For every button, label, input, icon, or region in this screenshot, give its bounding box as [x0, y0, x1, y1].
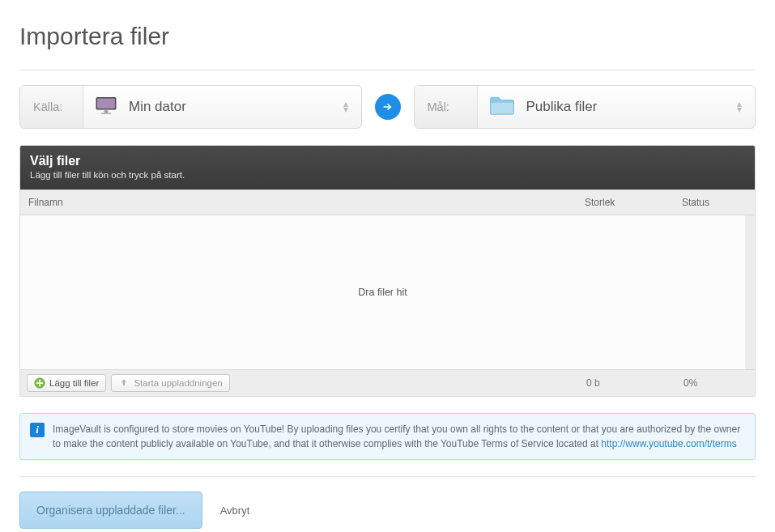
column-status: Status [682, 197, 747, 208]
column-size: Storlek [585, 197, 682, 208]
source-value-area[interactable]: Min dator ▴▾ [83, 86, 361, 128]
source-target-row: Källa: Min dator ▴▾ Mål: [19, 85, 756, 129]
divider [19, 476, 756, 477]
source-select[interactable]: Källa: Min dator ▴▾ [19, 85, 362, 129]
svg-rect-3 [101, 113, 111, 114]
chevron-updown-icon: ▴▾ [343, 101, 348, 113]
upload-columns: Filnamn Storlek Status [20, 189, 755, 215]
add-files-label: Lägg till filer [49, 378, 99, 388]
upload-icon [118, 377, 130, 389]
target-value-area[interactable]: Publika filer ▴▾ [478, 86, 756, 128]
info-text: ImageVault is configured to store movies… [53, 422, 745, 451]
cancel-link[interactable]: Avbryt [220, 504, 250, 517]
info-icon: i [30, 423, 45, 437]
file-drop-zone[interactable]: Dra filer hit [20, 215, 755, 369]
target-value: Publika filer [526, 99, 598, 115]
folder-icon [489, 95, 515, 119]
total-size: 0 b [586, 377, 683, 389]
drop-hint: Dra filer hit [358, 287, 407, 298]
arrow-right-icon [375, 94, 401, 120]
source-label: Källa: [20, 86, 83, 128]
terms-link[interactable]: http://www.youtube.com/t/terms [601, 438, 736, 449]
computer-icon [95, 96, 117, 118]
add-files-button[interactable]: Lägg till filer [27, 374, 106, 392]
svg-rect-2 [104, 110, 109, 113]
organize-button[interactable]: Organisera uppladdade filer... [19, 492, 202, 529]
upload-header-subtitle: Lägg till filer till kön och tryck på st… [30, 170, 745, 180]
column-filename: Filnamn [28, 197, 585, 208]
bottom-actions: Organisera uppladdade filer... Avbryt [19, 492, 756, 529]
add-icon [34, 377, 45, 389]
page-title: Importera filer [19, 23, 756, 50]
total-status: 0% [683, 377, 748, 389]
target-select[interactable]: Mål: Publika filer ▴▾ [414, 85, 756, 129]
info-bar: i ImageVault is configured to store movi… [19, 413, 756, 460]
upload-header: Välj filer Lägg till filer till kön och … [20, 146, 755, 189]
chevron-updown-icon: ▴▾ [737, 101, 742, 113]
start-upload-button[interactable]: Starta uppladdningen [111, 374, 229, 392]
upload-footer: Lägg till filer Starta uppladdningen 0 b… [20, 369, 755, 396]
upload-header-title: Välj filer [30, 154, 745, 168]
target-label: Mål: [415, 86, 478, 128]
upload-panel: Välj filer Lägg till filer till kön och … [19, 145, 756, 397]
svg-rect-1 [97, 98, 115, 108]
start-upload-label: Starta uppladdningen [134, 378, 222, 388]
source-value: Min dator [129, 99, 186, 115]
divider [19, 70, 756, 70]
